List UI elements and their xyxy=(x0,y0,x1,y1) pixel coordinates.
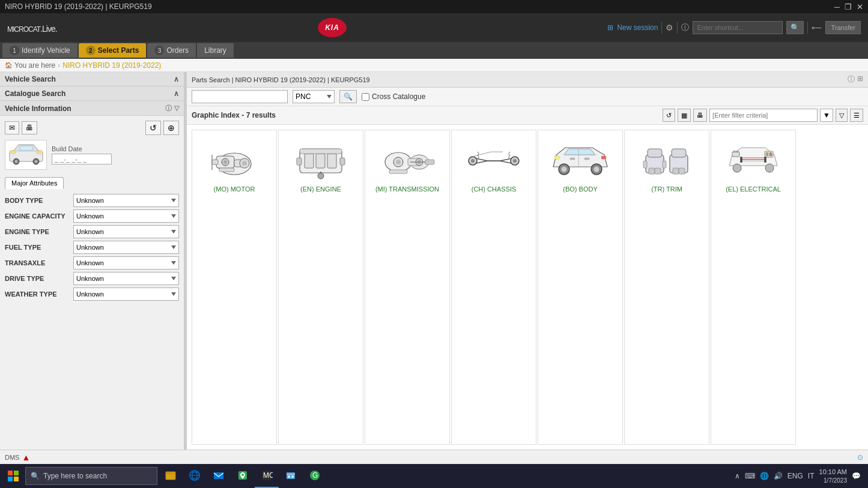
win-clock[interactable]: 10:10 AM 1/7/2023 xyxy=(819,468,847,484)
svg-rect-93 xyxy=(214,472,223,479)
part-card-motor[interactable]: (MO) MOTOR xyxy=(192,130,277,445)
major-attributes-tab[interactable]: Major Attributes xyxy=(5,177,64,189)
taskbar-apps: MC G xyxy=(159,464,327,488)
taskbar-app-file-explorer[interactable] xyxy=(159,464,183,488)
attr-row-drive-type: DRIVE TYPE Unknown xyxy=(5,272,179,285)
catalogue-search-collapse-icon[interactable]: ∧ xyxy=(174,89,179,98)
breadcrumb-vehicle-link[interactable]: NIRO HYBRID 19 (2019-2022) xyxy=(62,61,161,70)
tab-library[interactable]: Library xyxy=(197,43,234,58)
taskbar-app-extra2[interactable]: G xyxy=(303,464,327,488)
pnc-select[interactable]: PNC xyxy=(293,90,335,103)
logo: MICROCAT.Live. xyxy=(7,20,57,35)
attr-select-weather-type[interactable]: Unknown xyxy=(73,288,179,301)
info-icon[interactable]: ⓘ xyxy=(681,22,689,33)
part-label-trim: (TR) TRIM xyxy=(651,185,682,193)
tray-show-hidden-icon[interactable]: ∧ xyxy=(735,472,740,480)
cross-catalogue-checkbox[interactable] xyxy=(362,93,369,101)
search-button[interactable]: 🔍 xyxy=(339,90,357,103)
cross-catalogue-label[interactable]: Cross Catalogue xyxy=(362,92,425,101)
microcat-icon: MC xyxy=(261,469,273,481)
part-label-transmission: (MI) TRANSMISSION xyxy=(375,185,439,193)
dms-bar: DMS ▲ ⊙ xyxy=(0,450,868,464)
attr-select-engine-capacity[interactable]: Unknown xyxy=(73,209,179,223)
taskbar-app-extra1[interactable] xyxy=(279,464,303,488)
dms-label: DMS xyxy=(5,454,19,461)
tray-volume-icon[interactable]: 🔊 xyxy=(774,472,783,480)
vehicle-info-filter-icon[interactable]: ▽ xyxy=(174,104,179,112)
attr-select-body-type[interactable]: Unknown xyxy=(73,194,179,207)
parts-search-info-icon[interactable]: ⓘ xyxy=(848,74,855,85)
shortcut-search-button[interactable]: 🔍 xyxy=(786,21,804,34)
svg-point-82 xyxy=(733,164,741,172)
part-card-transmission[interactable]: (MI) TRANSMISSION xyxy=(365,130,450,445)
title-bar: NIRO HYBRID 19 (2019-2022) | KEURPG519 ─… xyxy=(0,0,868,13)
taskbar-app-browser[interactable] xyxy=(183,464,207,488)
tab-identify-vehicle[interactable]: 1 Identify Vehicle xyxy=(2,43,77,58)
taskbar-app-mail[interactable] xyxy=(207,464,231,488)
list-view-btn[interactable]: ☰ xyxy=(850,109,863,122)
svg-rect-14 xyxy=(219,168,234,172)
print-btn[interactable]: 🖶 xyxy=(22,121,37,134)
taskbar-app-maps[interactable] xyxy=(231,464,255,488)
svg-point-52 xyxy=(594,166,599,172)
catalogue-search-header[interactable]: Catalogue Search ∧ xyxy=(0,86,184,101)
body-svg xyxy=(547,137,613,182)
attr-select-engine-type[interactable]: Unknown xyxy=(73,225,179,238)
tab-orders[interactable]: 3 Orders xyxy=(147,43,196,58)
parts-search-input[interactable] xyxy=(192,90,288,103)
vehicle-info-icon[interactable]: ⓘ xyxy=(165,104,172,113)
minimize-btn[interactable]: ─ xyxy=(834,2,840,11)
svg-text:G: G xyxy=(312,471,318,480)
attr-label-weather-type: WEATHER TYPE xyxy=(5,291,71,298)
svg-text:MC: MC xyxy=(263,471,273,480)
svg-point-2 xyxy=(14,160,17,163)
attributes-section: BODY TYPE Unknown ENGINE CAPACITY Unknow… xyxy=(0,191,184,306)
window-controls: ─ ❐ ✕ xyxy=(834,2,863,11)
svg-rect-65 xyxy=(643,161,647,168)
vehicle-search-collapse-icon[interactable]: ∧ xyxy=(174,75,179,83)
tray-notification-icon[interactable]: 💬 xyxy=(852,472,861,480)
parts-search-expand-icon[interactable]: ⊞ xyxy=(857,74,863,85)
taskbar-app-microcat[interactable]: MC xyxy=(255,464,279,488)
part-card-chassis[interactable]: (CH) CHASSIS xyxy=(451,130,536,445)
svg-rect-10 xyxy=(212,160,218,164)
part-card-electrical[interactable]: (EL) ELECTRICAL xyxy=(711,130,796,445)
email-btn[interactable]: ✉ xyxy=(5,121,19,134)
grid-view-btn[interactable]: ▦ xyxy=(678,109,691,122)
tray-network-icon[interactable]: 🌐 xyxy=(760,472,769,480)
part-card-engine[interactable]: (EN) ENGINE xyxy=(278,130,363,445)
part-card-trim[interactable]: (TR) TRIM xyxy=(624,130,709,445)
parts-search-title: Parts Search | NIRO HYBRID 19 (2019-2022… xyxy=(192,76,370,83)
filter-dropdown-btn[interactable]: ▼ xyxy=(820,109,833,122)
tab-select-parts[interactable]: 2 Select Parts xyxy=(79,43,147,58)
refresh-btn[interactable]: ⊕ xyxy=(163,121,179,135)
close-btn[interactable]: ✕ xyxy=(857,2,863,11)
attr-row-fuel-type: FUEL TYPE Unknown xyxy=(5,241,179,254)
window-title: NIRO HYBRID 19 (2019-2022) | KEURPG519 xyxy=(5,2,152,11)
breadcrumb-home-icon: 🏠 xyxy=(5,62,12,68)
build-date-input[interactable] xyxy=(52,154,112,164)
filter-input[interactable] xyxy=(709,109,818,122)
attr-select-drive-type[interactable]: Unknown xyxy=(73,272,179,285)
new-session-link[interactable]: New session xyxy=(617,23,658,32)
svg-point-17 xyxy=(242,161,247,166)
restore-btn[interactable]: ❐ xyxy=(845,2,852,11)
attr-select-transaxle[interactable]: Unknown xyxy=(73,256,179,270)
transfer-button[interactable]: Transfer xyxy=(825,21,861,34)
shortcut-input[interactable] xyxy=(693,21,783,34)
taskbar-search[interactable]: 🔍 Type here to search xyxy=(25,467,157,485)
print-view-btn[interactable]: 🖶 xyxy=(693,109,707,122)
part-label-chassis: (CH) CHASSIS xyxy=(472,185,517,193)
filter-options-btn[interactable]: ▽ xyxy=(836,109,848,122)
settings-icon[interactable]: ⚙ xyxy=(666,23,673,32)
part-card-body[interactable]: (BO) BODY xyxy=(538,130,623,445)
refresh-view-btn[interactable]: ↺ xyxy=(663,109,675,122)
svg-point-44 xyxy=(513,159,517,163)
attr-select-fuel-type[interactable]: Unknown xyxy=(73,241,179,254)
vehicle-image-container: Build Date xyxy=(5,140,179,170)
start-button[interactable] xyxy=(2,465,24,487)
vehicle-search-header[interactable]: Vehicle Search ∧ xyxy=(0,72,184,86)
reset-btn[interactable]: ↺ xyxy=(145,121,161,135)
dms-arrow-icon[interactable]: ▲ xyxy=(22,453,30,462)
tab-num-1: 1 xyxy=(10,46,19,55)
